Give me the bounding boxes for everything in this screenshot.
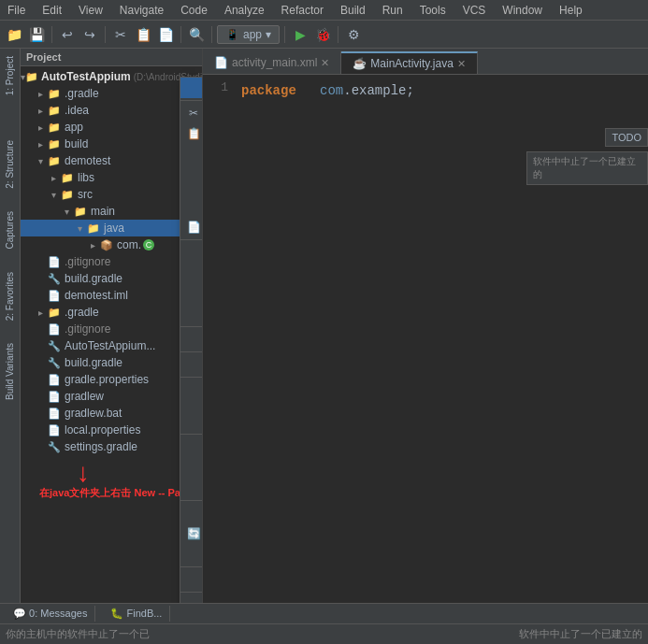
ctx-item-findbugs[interactable]: FindBugs ▸ (180, 329, 203, 350)
todo-status-text: 软件中中止了一个已建立的 (533, 156, 636, 179)
ctx-item-copyref[interactable]: Copy Reference Ctrl+Alt+Shift+C (180, 185, 203, 217)
tree-item-com[interactable]: ▸ 📦 com. C (21, 236, 202, 253)
tab-activity-main-close[interactable]: ✕ (321, 57, 329, 69)
tree-item-java[interactable]: ▾ 📁 java (21, 220, 202, 236)
run-button[interactable]: ▶ (290, 24, 310, 45)
toolbar-paste[interactable]: 📄 (155, 24, 176, 45)
ctx-item-optimizeimports[interactable]: Optimize Imports Ctrl+Alt+O (180, 457, 203, 478)
menu-vcs[interactable]: VCS (459, 2, 490, 19)
tree-item-gradle2[interactable]: ▸ 📁 .gradle (21, 304, 202, 321)
copypath-icon (186, 147, 201, 162)
sidebar-buildvariants-tab[interactable]: Build Variants (5, 343, 15, 400)
menu-refactor[interactable]: Refactor (278, 2, 327, 19)
tree-item-root[interactable]: ▾ 📁 AutoTestAppium (D:\AndroidStudioPro.… (21, 68, 202, 85)
ctx-item-findusages[interactable]: Find Usages Alt+F7 (180, 242, 203, 263)
ctx-item-imagethumbs[interactable]: Show Image Thumbnails Ctrl+Shift+T (180, 400, 203, 432)
menu-tools[interactable]: Tools (416, 2, 450, 19)
toolbar-settings[interactable]: ⚙ (343, 24, 364, 45)
tree-item-gradlewbat[interactable]: 📄 gradlew.bat (21, 405, 202, 422)
ctx-item-replaceinpath[interactable]: Replace in Path... Ctrl+Shift+R (180, 283, 203, 304)
toolbar-search[interactable]: 🔍 (186, 24, 207, 45)
ctx-item-copy[interactable]: 📋 Copy Ctrl+C (180, 123, 203, 144)
tree-item-gitignore2[interactable]: 📄 .gitignore (21, 321, 202, 337)
ctx-item-delete[interactable]: Delete... Delete (180, 478, 203, 498)
app-dropdown[interactable]: 📱 app ▾ (217, 25, 280, 44)
ctx-item-comparewith[interactable]: Compare With... Ctrl+D (180, 594, 203, 603)
status-bar: 你的主机中的软件中止了一个已 软件中中止了一个已建立的 (0, 623, 648, 644)
ctx-item-findinpath[interactable]: Find in Path... Ctrl+Shift+F (180, 263, 203, 283)
ctx-item-filepath[interactable]: File Path Ctrl+Alt+F12 (180, 569, 203, 590)
ctx-item-localhistory[interactable]: Local History ▸ (180, 503, 203, 523)
toolbar-redo[interactable]: ↪ (79, 24, 100, 45)
ctx-item-paste[interactable]: 📄 Paste Ctrl+V (180, 217, 203, 237)
project-panel: Project ▾ 📁 AutoTestAppium (D:\AndroidSt… (21, 49, 203, 603)
toolbar-open[interactable]: 📁 (4, 24, 24, 45)
toolbar-copy[interactable]: 📋 (133, 24, 153, 45)
menu-run[interactable]: Run (379, 2, 407, 19)
menu-view[interactable]: View (75, 2, 107, 19)
menu-build[interactable]: Build (337, 2, 369, 19)
tree-item-settingsgradle[interactable]: 🔧 settings.gradle (21, 438, 202, 455)
ctx-item-refactor[interactable]: Refactor ▸ (180, 354, 203, 375)
debug-button[interactable]: 🐞 (312, 24, 333, 45)
menu-window[interactable]: Window (498, 2, 546, 19)
ctx-item-sync[interactable]: 🔄 Synchronize 'java' (180, 523, 203, 544)
activity-icon: C (143, 239, 154, 250)
folder-icon-app: 📁 (47, 120, 62, 135)
tree-item-demotest[interactable]: ▾ 📁 demotest (21, 152, 202, 169)
toolbar-sep4 (211, 26, 212, 43)
sidebar-project-tab[interactable]: 1: Project (3, 52, 17, 99)
sidebar-structure-tab[interactable]: 2: Structure (5, 140, 15, 189)
tree-label-gradle: .gradle (65, 87, 99, 100)
toolbar-cut[interactable]: ✂ (110, 24, 131, 45)
expand-arrow-main: ▾ (60, 207, 73, 217)
menu-code[interactable]: Code (177, 2, 211, 19)
ctx-item-addtofav[interactable]: Add to Favorites ▸ (180, 379, 203, 400)
menu-analyze[interactable]: Analyze (221, 2, 268, 19)
tree-label-settingsgradle: settings.gradle (65, 440, 137, 453)
tree-item-localprops[interactable]: 📄 local.properties (21, 422, 202, 438)
tree-item-gradleprops[interactable]: 📄 gradle.properties (21, 371, 202, 388)
ctx-item-cut[interactable]: ✂ Cut Ctrl+X (180, 103, 203, 123)
tab-mainactivity[interactable]: ☕ MainActivity.java ✕ (341, 51, 477, 74)
tree-item-buildgradle2[interactable]: 🔧 build.gradle (21, 354, 202, 371)
tree-item-app[interactable]: ▸ 📁 app (21, 119, 202, 136)
toolbar-sep5 (284, 26, 285, 43)
keyword-package: package (241, 83, 296, 98)
menu-edit[interactable]: Edit (38, 2, 65, 19)
tree-item-src[interactable]: ▾ 📁 src (21, 186, 202, 203)
menu-file[interactable]: File (4, 2, 29, 19)
sidebar-captures-tab[interactable]: Captures (5, 211, 15, 250)
refactor-icon (186, 357, 201, 372)
ctx-item-showinexplorer[interactable]: Show in Explorer (180, 544, 203, 565)
tree-item-gitignore[interactable]: 📄 .gitignore (21, 253, 202, 270)
bottom-tab-messages[interactable]: 💬 0: Messages (6, 606, 95, 622)
tree-item-idea[interactable]: ▸ 📁 .idea (21, 102, 202, 119)
sidebar-favorites-tab[interactable]: 2: Favorites (5, 272, 15, 321)
ctx-item-analyze[interactable]: Analyze ▸ (180, 304, 203, 324)
tree-item-libs[interactable]: ▸ 📁 libs (21, 169, 202, 186)
tree-item-gradlew[interactable]: 📄 gradlew (21, 388, 202, 405)
toolbar-save[interactable]: 💾 (26, 24, 47, 45)
menu-help[interactable]: Help (555, 2, 586, 19)
ctx-item-copyplain[interactable]: Copy as Plain Text Ctrl+Shift+C (180, 165, 203, 185)
toolbar-sep2 (105, 26, 106, 43)
ctx-item-copypath[interactable]: Copy Path (180, 144, 203, 165)
toolbar-undo[interactable]: ↩ (57, 24, 78, 45)
ctx-item-reformat[interactable]: Reformat Code Ctrl+Alt+L (180, 436, 203, 457)
tree-item-iml[interactable]: 📄 demotest.iml (21, 287, 202, 304)
tab-activity-main[interactable]: 📄 activity_main.xml ✕ (203, 51, 341, 74)
tree-item-build[interactable]: ▸ 📁 build (21, 136, 202, 152)
findbugs-icon (186, 332, 201, 347)
tab-mainactivity-close[interactable]: ✕ (457, 58, 466, 70)
menu-navigate[interactable]: Navigate (116, 2, 167, 19)
bottom-tab-findbugs[interactable]: 🐛 FindB... (103, 606, 170, 622)
tree-item-buildgradle[interactable]: 🔧 build.gradle (21, 270, 202, 287)
tree-item-gradle[interactable]: ▸ 📁 .gradle (21, 85, 202, 102)
tree-item-autotestappium[interactable]: 🔧 AutoTestAppium... (21, 337, 202, 354)
bottom-bar: 💬 0: Messages 🐛 FindB... (0, 603, 648, 623)
ctx-item-new[interactable]: New ▸ ☕ Java Class 📄 File 📦 Package (180, 78, 203, 98)
ctx-sep4 (180, 351, 203, 352)
context-menu: New ▸ ☕ Java Class 📄 File 📦 Package (180, 77, 203, 603)
tree-item-main[interactable]: ▾ 📁 main (21, 203, 202, 220)
